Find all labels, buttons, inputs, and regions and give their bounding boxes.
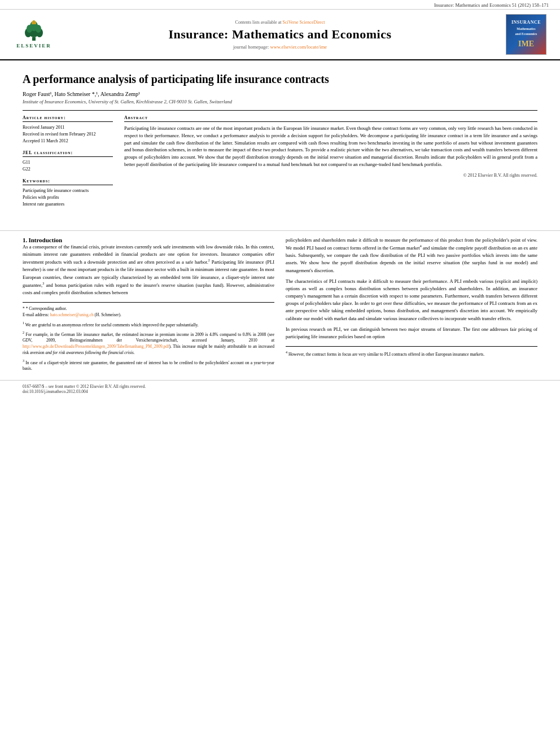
abstract-text: Participating life insurance contracts a… [124, 125, 537, 168]
paper-content: A performance analysis of participating … [0, 60, 560, 225]
main-content: 1. Introduction As a consequence of the … [0, 237, 560, 374]
keywords-label: Keywords: [23, 178, 113, 185]
received-date: Received January 2011 [23, 124, 113, 131]
footnote-2-link[interactable]: http://www.gdv.de/Downloads/Pressemeldun… [23, 344, 169, 349]
journal-title: Insurance: Mathematics and Economics [62, 27, 498, 42]
intro-para-1: As a consequence of the financial crisis… [23, 243, 274, 296]
top-bar: Insurance: Mathematics and Economics 51 … [0, 0, 560, 10]
insurance-journal-logo: INSURANCE Mathematics and Economics IME [506, 14, 546, 55]
history-content: Received January 2011 Received in revise… [23, 124, 113, 145]
jel-codes: G11 G22 [23, 159, 113, 173]
authors: Roger Faust¹, Hato Schmeiser *,¹, Alexan… [23, 91, 537, 97]
jel-g11: G11 [23, 159, 113, 166]
elsevier-tree-icon [20, 20, 47, 42]
journal-homepage: journal homepage: www.elsevier.com/locat… [62, 44, 498, 50]
elsevier-logo: ELSEVIER [16, 20, 51, 49]
jel-section: JEL classification: G11 G22 [23, 150, 113, 173]
sciverse-info: Contents lists available at SciVerse Sci… [62, 20, 498, 25]
svg-point-5 [27, 25, 32, 33]
elsevier-logo-area: ELSEVIER [11, 20, 56, 49]
footnote-1: 1 We are grateful to an anonymous refere… [23, 321, 274, 328]
copyright: © 2012 Elsevier B.V. All rights reserved… [124, 173, 537, 178]
keywords-content: Participating life insurance contracts P… [23, 187, 113, 208]
paper-title: A performance analysis of participating … [23, 72, 537, 86]
elsevier-wordmark: ELSEVIER [16, 43, 51, 49]
jel-label: JEL classification: [23, 150, 113, 157]
homepage-link[interactable]: www.elsevier.com/locate/ime [270, 44, 327, 50]
abstract-section: Abstract Participating life insurance co… [124, 115, 537, 213]
page-bottom: 0167-6687/$ – see front matter © 2012 El… [0, 380, 560, 397]
doi-line: doi:10.1016/j.insmatheco.2012.03.004 [23, 389, 537, 394]
section-divider [0, 230, 560, 231]
sciverse-link[interactable]: SciVerse ScienceDirect [283, 20, 325, 25]
right-column: policyholders and shareholders make it d… [286, 237, 537, 374]
email-link[interactable]: hato.schmeiser@unisg.ch [50, 312, 94, 317]
footnote-3: 3 In case of a cliquet-style interest ra… [23, 359, 274, 372]
left-column: 1. Introduction As a consequence of the … [23, 237, 274, 374]
keywords-section: Keywords: Participating life insurance c… [23, 178, 113, 208]
received-revised-date: Received in revised form February 2012 [23, 131, 113, 138]
issn-line: 0167-6687/$ – see front matter © 2012 El… [23, 384, 537, 389]
history-label: Article history: [23, 115, 113, 122]
svg-rect-8 [33, 20, 35, 22]
keyword-3: Interest rate guarantees [23, 201, 113, 208]
jel-g22: G22 [23, 166, 113, 173]
article-info: Article history: Received January 2011 R… [23, 115, 113, 213]
article-body: Article history: Received January 2011 R… [23, 110, 537, 213]
keyword-1: Participating life insurance contracts [23, 187, 113, 194]
footnote-2: 2 For example, in the German life insura… [23, 330, 274, 356]
intro-para-right-1: policyholders and shareholders make it d… [286, 237, 537, 274]
svg-rect-0 [32, 37, 36, 41]
footnote-section-right: 4 However, the contract forms in focus a… [286, 346, 537, 357]
journal-header: ELSEVIER Contents lists available at Sci… [0, 10, 560, 60]
section-1-heading: 1. Introduction [23, 237, 274, 243]
accepted-date: Accepted 11 March 2012 [23, 138, 113, 145]
affiliation: Institute of Insurance Economics, Univer… [23, 99, 537, 104]
journal-header-center: Contents lists available at SciVerse Sci… [62, 20, 498, 50]
svg-point-6 [36, 25, 41, 33]
footnote-section: * * Corresponding author. E-mail address… [23, 302, 274, 372]
abstract-label: Abstract [124, 115, 537, 122]
intro-para-right-2: The characteristics of PLI contracts mak… [286, 278, 537, 322]
footnote-star: * * Corresponding author. E-mail address… [23, 306, 274, 318]
intro-para-right-3: In previous research on PLI, we can dist… [286, 326, 537, 340]
footnote-4: 4 However, the contract forms in focus a… [286, 350, 537, 357]
article-history-section: Article history: Received January 2011 R… [23, 115, 113, 145]
journal-citation: Insurance: Mathematics and Economics 51 … [434, 2, 549, 8]
journal-logo-right: INSURANCE Mathematics and Economics IME [504, 14, 549, 55]
keyword-2: Policies with profits [23, 194, 113, 201]
